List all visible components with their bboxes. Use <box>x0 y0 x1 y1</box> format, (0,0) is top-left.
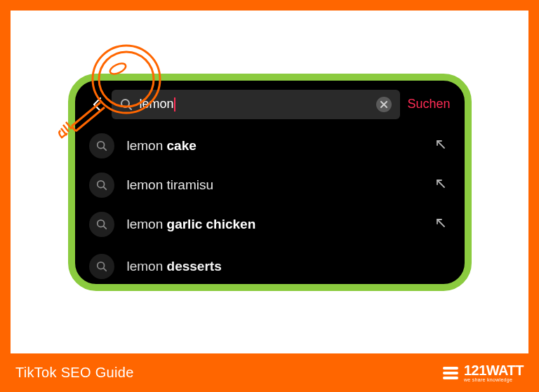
svg-line-11 <box>103 226 106 229</box>
content-frame: lemon Suchen lemon cake <box>11 11 528 353</box>
svg-line-6 <box>437 141 444 148</box>
suggestion-row[interactable]: lemon cake <box>89 126 451 165</box>
arrow-up-left-icon <box>435 178 446 189</box>
brand-name: 121WATT <box>464 363 524 377</box>
suggestion-text: lemon desserts <box>127 259 451 274</box>
suggestion-bold: desserts <box>167 259 222 273</box>
back-button[interactable] <box>89 97 105 112</box>
search-icon <box>89 133 114 158</box>
logo-mark-icon <box>443 367 458 379</box>
footer-title: TikTok SEO Guide <box>15 365 134 381</box>
chevron-left-icon <box>92 97 102 112</box>
brand-logo: 121WATT we share knowledge <box>443 363 524 382</box>
fill-arrow-button[interactable] <box>435 217 451 231</box>
svg-line-23 <box>61 128 67 135</box>
search-icon <box>89 212 114 237</box>
svg-line-14 <box>103 268 106 271</box>
suggestion-row[interactable]: lemon desserts <box>89 247 451 286</box>
suggestion-text: lemon garlic chicken <box>127 217 422 232</box>
suggestion-row[interactable]: lemon garlic chicken <box>89 205 451 244</box>
svg-line-5 <box>103 147 106 150</box>
svg-line-12 <box>437 219 444 227</box>
close-icon <box>380 101 387 108</box>
search-input[interactable]: lemon <box>140 97 370 111</box>
svg-line-8 <box>103 187 106 189</box>
fill-arrow-button[interactable] <box>435 139 451 153</box>
suggestion-bold: garlic chicken <box>167 217 256 231</box>
suggestion-prefix: lemon <box>127 138 167 153</box>
search-bar[interactable]: lemon <box>112 90 401 119</box>
text-caret <box>174 97 175 111</box>
search-icon <box>89 254 114 279</box>
search-header: lemon Suchen <box>75 81 465 126</box>
search-icon <box>120 98 133 111</box>
suggestion-bold: cake <box>167 138 197 153</box>
phone-frame: lemon Suchen lemon cake <box>68 74 472 291</box>
suggestion-plain: lemon tiramisu <box>127 177 214 192</box>
svg-line-1 <box>128 107 131 109</box>
suggestion-text: lemon tiramisu <box>127 177 422 193</box>
suggestion-prefix: lemon <box>127 259 167 273</box>
suggestion-text: lemon cake <box>127 138 422 154</box>
arrow-up-left-icon <box>435 217 446 229</box>
suggestion-prefix: lemon <box>127 217 167 231</box>
search-query-text: lemon <box>140 97 174 111</box>
fill-arrow-button[interactable] <box>435 178 451 192</box>
search-icon <box>89 173 114 198</box>
suggestion-list: lemon cake lemon tiramisu <box>75 126 465 283</box>
svg-line-9 <box>437 180 444 187</box>
suggestion-row[interactable]: lemon tiramisu <box>89 165 451 205</box>
search-submit-button[interactable]: Suchen <box>407 97 450 111</box>
footer-bar: TikTok SEO Guide 121WATT we share knowle… <box>0 353 539 392</box>
clear-button[interactable] <box>376 97 392 112</box>
arrow-up-left-icon <box>435 139 446 150</box>
brand-tagline: we share knowledge <box>464 377 524 382</box>
